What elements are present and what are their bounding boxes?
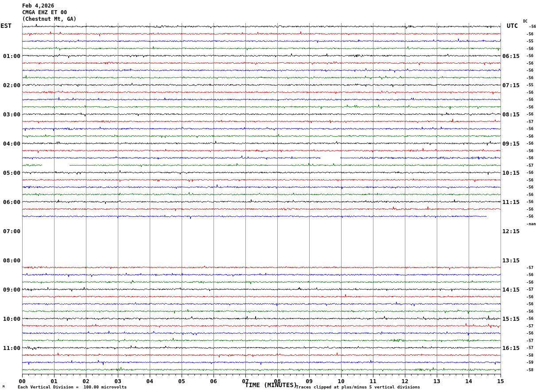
dc-value: -56: [526, 273, 533, 277]
left-hour-label: 06:00: [1, 199, 20, 205]
x-tick-label: 14: [465, 378, 473, 384]
x-tick-label: 13: [433, 378, 441, 384]
left-hour-label: 01:00: [1, 53, 20, 59]
dc-value: -56: [526, 97, 533, 102]
dc-value: -56: [526, 134, 533, 138]
dc-value: -56: [526, 316, 533, 321]
dc-value: -56: [526, 192, 533, 197]
right-hour-label: 16:15: [502, 345, 520, 351]
left-hour-label: 10:00: [1, 315, 20, 322]
dc-value: -56: [526, 185, 533, 189]
right-timezone-label: UTC: [507, 22, 518, 29]
right-hour-label: 14:15: [502, 286, 520, 293]
dc-value: -56: [526, 295, 533, 299]
dc-value: -58: [526, 353, 533, 357]
dc-value: -56: [526, 141, 533, 146]
dc-value: -56: [526, 280, 533, 284]
dc-value: -55: [526, 39, 533, 43]
left-hour-label: 05:00: [1, 169, 20, 176]
dc-value: -55: [526, 83, 533, 87]
dc-value: -57: [526, 119, 533, 124]
x-tick-label: 02: [82, 378, 90, 384]
title-date: Feb 4,2026: [22, 3, 54, 9]
dc-value: -56: [526, 68, 533, 73]
dc-value: -57: [526, 338, 533, 343]
dc-header: DC: [523, 19, 528, 23]
right-hour-label: 06:15: [502, 53, 520, 59]
x-tick-label: 01: [50, 378, 58, 384]
dc-value: -56: [526, 309, 533, 314]
left-hour-label: 09:00: [1, 286, 20, 293]
left-hour-label: 03:00: [1, 111, 20, 118]
left-hour-label: 07:00: [1, 228, 20, 234]
dc-value: -56: [526, 200, 533, 204]
dc-value: -nan: [526, 222, 536, 226]
dc-value: -57: [526, 287, 533, 292]
x-tick-label: 10: [337, 378, 345, 384]
title-location: (Chestnut Mt, GA): [22, 16, 77, 22]
right-hour-label: 11:15: [502, 199, 520, 205]
left-hour-label: 11:00: [1, 345, 20, 351]
right-hour-label: 10:15: [502, 169, 520, 176]
x-tick-label: 00: [18, 378, 26, 384]
dc-value: -56: [526, 156, 533, 160]
seismogram-canvas: [0, 0, 536, 392]
dc-value: -56: [526, 214, 533, 219]
footer-scale-note: Each Vertical Division = 100.00 microvol…: [18, 384, 127, 389]
dc-value: -56: [526, 178, 533, 182]
dc-value: -58: [526, 368, 533, 372]
dc-value: -57: [526, 346, 533, 350]
x-tick-label: 12: [401, 378, 409, 384]
right-hour-label: 15:15: [502, 315, 520, 322]
x-tick-label: 03: [114, 378, 122, 384]
dc-value: -56: [526, 331, 533, 335]
left-hour-label: 02:00: [1, 82, 20, 88]
right-hour-label: 09:15: [502, 140, 520, 147]
dc-value: -56: [526, 61, 533, 65]
dc-value: -56: [526, 302, 533, 306]
x-tick-label: 06: [210, 378, 218, 384]
dc-value: -56: [526, 127, 533, 131]
left-hour-label: 08:00: [1, 257, 20, 264]
x-tick-label: 15: [497, 378, 505, 384]
right-hour-label: 08:15: [502, 111, 520, 118]
corner-mark: M: [3, 385, 4, 388]
x-tick-label: 05: [178, 378, 186, 384]
dc-value: -56: [526, 105, 533, 109]
x-tick-label: 11: [369, 378, 377, 384]
dc-value: -57: [526, 163, 533, 168]
right-hour-label: 12:15: [502, 228, 520, 234]
dc-value: -56: [526, 149, 533, 153]
dc-value: -56: [526, 207, 533, 211]
x-axis-title: TIME (MINUTES): [245, 381, 297, 388]
footer-clip-note: Traces clipped at plus/minus 5 vertical …: [296, 384, 420, 389]
title-station: CMGA EHZ ET 00: [22, 9, 67, 15]
dc-value: -56: [526, 32, 533, 36]
dc-value: -56: [526, 76, 533, 80]
dc-value: -56: [526, 46, 533, 51]
right-hour-label: 07:15: [502, 82, 520, 88]
dc-value: -56: [526, 54, 533, 58]
left-hour-label: 04:00: [1, 140, 20, 147]
left-timezone-label: EST: [0, 22, 12, 29]
dc-value: -56: [529, 24, 536, 29]
dc-value: -56: [526, 170, 533, 175]
x-tick-label: 04: [146, 378, 154, 384]
dc-value: -57: [526, 265, 533, 270]
dc-value: -56: [526, 112, 533, 116]
dc-value: -56: [526, 90, 533, 95]
helicorder-display: Feb 4,2026 CMGA EHZ ET 00 (Chestnut Mt, …: [0, 0, 536, 392]
dc-value: -57: [526, 324, 533, 328]
x-tick-label: 09: [305, 378, 313, 384]
dc-value: -59: [526, 360, 533, 365]
right-hour-label: 13:15: [502, 257, 520, 264]
